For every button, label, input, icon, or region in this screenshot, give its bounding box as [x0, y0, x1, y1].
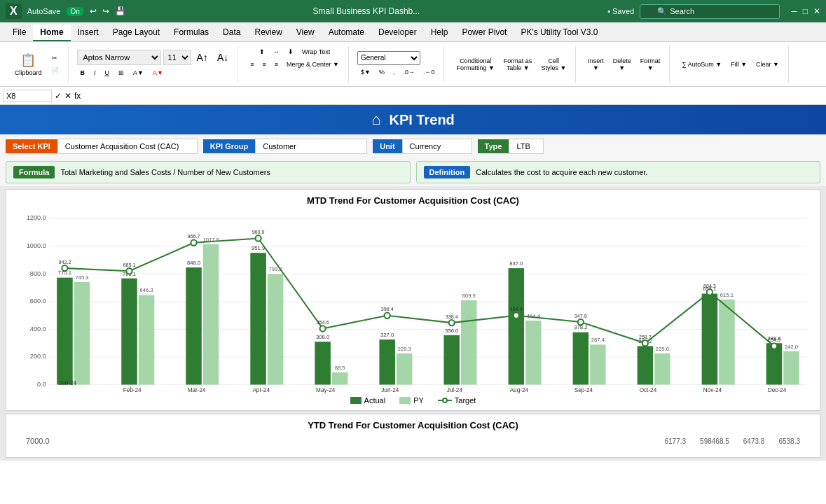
- font-shrink-button[interactable]: A↓: [214, 50, 232, 65]
- tab-file[interactable]: File: [6, 24, 33, 41]
- svg-text:258.7: 258.7: [639, 334, 652, 340]
- svg-text:229.3: 229.3: [398, 346, 411, 352]
- cell-reference-input[interactable]: [3, 90, 52, 102]
- svg-point-52: [126, 268, 132, 274]
- save-icon[interactable]: 💾: [115, 6, 125, 16]
- number-format-select[interactable]: General: [357, 51, 420, 65]
- insert-cells-button[interactable]: Insert▼: [584, 55, 607, 74]
- tab-view[interactable]: View: [289, 24, 322, 41]
- kpi-group-value[interactable]: Customer: [255, 139, 367, 154]
- format-cells-button[interactable]: Format▼: [637, 55, 664, 74]
- editing-group: ∑ AutoSum ▼ Fill ▼ Clear ▼: [673, 46, 789, 83]
- copy-button[interactable]: 📄: [48, 65, 62, 76]
- decrease-decimal-button[interactable]: .←0: [420, 66, 439, 78]
- redo-icon[interactable]: ↪: [102, 6, 109, 16]
- align-right-button[interactable]: ≡: [271, 59, 282, 70]
- ytd-chart-title: YTD Trend For Customer Acquisition Cost …: [12, 420, 814, 430]
- paste-button[interactable]: 📋 Clipboard: [11, 50, 46, 78]
- font-size-select[interactable]: 11: [163, 50, 191, 65]
- tab-power-pivot[interactable]: Power Pivot: [455, 24, 514, 41]
- window-title: Small Business KPI Dashb...: [131, 6, 602, 16]
- tab-automate[interactable]: Automate: [322, 24, 371, 41]
- home-icon[interactable]: ⌂: [371, 111, 380, 129]
- align-left-button[interactable]: ≡: [247, 59, 257, 70]
- formula-input[interactable]: [83, 90, 823, 102]
- bar-may-actual: [315, 342, 331, 384]
- comma-button[interactable]: ,: [390, 66, 399, 78]
- tab-review[interactable]: Review: [247, 24, 289, 41]
- align-center-button[interactable]: ≡: [259, 59, 269, 70]
- tab-pks-utility[interactable]: PK's Utility Tool V3.0: [514, 24, 605, 41]
- bold-button[interactable]: B: [77, 67, 89, 78]
- tab-data[interactable]: Data: [216, 24, 247, 41]
- maximize-icon[interactable]: □: [803, 6, 808, 16]
- font-grow-button[interactable]: A↑: [193, 50, 212, 65]
- svg-text:1000.0: 1000.0: [27, 242, 46, 249]
- format-as-table-button[interactable]: Format asTable ▼: [500, 55, 536, 74]
- svg-text:609.9: 609.9: [462, 293, 476, 299]
- svg-point-50: [62, 265, 67, 271]
- bar-jun-py: [397, 354, 413, 385]
- italic-button[interactable]: I: [90, 67, 99, 78]
- percent-button[interactable]: %: [376, 66, 388, 78]
- tab-developer[interactable]: Developer: [371, 24, 424, 41]
- search-box[interactable]: 🔍 Search: [640, 4, 780, 19]
- bar-jul-actual: [443, 335, 460, 385]
- svg-text:615.1: 615.1: [720, 292, 734, 298]
- function-cancel-icon[interactable]: ✕: [64, 91, 71, 101]
- align-middle-button[interactable]: ↔: [270, 46, 283, 57]
- underline-button[interactable]: U: [102, 67, 113, 78]
- close-icon[interactable]: ✕: [813, 6, 820, 16]
- svg-text:1200.0: 1200.0: [27, 214, 46, 221]
- bar-nov-py: [719, 300, 735, 385]
- insert-function-icon[interactable]: fx: [74, 91, 81, 101]
- svg-text:88.5: 88.5: [335, 365, 345, 371]
- bar-sep-actual: [573, 332, 589, 385]
- svg-text:494.4: 494.4: [510, 306, 523, 312]
- svg-text:356.0: 356.0: [445, 328, 458, 334]
- tab-help[interactable]: Help: [424, 24, 455, 41]
- currency-button[interactable]: $▼: [357, 66, 374, 78]
- ytd-val-4: 6538.3: [778, 438, 800, 445]
- tab-home[interactable]: Home: [33, 24, 70, 41]
- align-top-button[interactable]: ⬆: [256, 46, 268, 57]
- legend-py-label: PY: [413, 396, 424, 405]
- merge-center-button[interactable]: Merge & Center ▼: [283, 59, 343, 70]
- fill-button[interactable]: Fill ▼: [727, 59, 750, 70]
- conditional-formatting-button[interactable]: ConditionalFormatting ▼: [453, 55, 497, 74]
- svg-text:200.0: 200.0: [30, 353, 46, 360]
- border-button[interactable]: ⊞: [115, 67, 128, 78]
- unit-value[interactable]: Currency: [402, 139, 472, 154]
- delete-cells-button[interactable]: Delete▼: [610, 55, 635, 74]
- svg-point-60: [385, 313, 390, 318]
- font-color-button[interactable]: A▼: [149, 67, 167, 78]
- undo-icon[interactable]: ↩: [90, 6, 97, 16]
- type-value[interactable]: LTB: [509, 139, 544, 154]
- legend-target-label: Target: [455, 396, 476, 405]
- tab-page-layout[interactable]: Page Layout: [106, 24, 167, 41]
- svg-text:396.4: 396.4: [381, 306, 394, 312]
- align-bottom-button[interactable]: ⬇: [284, 46, 297, 57]
- function-check-icon[interactable]: ✓: [55, 91, 62, 101]
- svg-point-68: [642, 340, 648, 346]
- minimize-icon[interactable]: ─: [791, 6, 797, 16]
- tab-insert[interactable]: Insert: [71, 24, 106, 41]
- font-family-select[interactable]: Aptos Narrow: [77, 50, 161, 65]
- svg-point-56: [256, 235, 261, 241]
- kpi-name-value[interactable]: Customer Acquisition Cost (CAC): [57, 139, 198, 154]
- mtd-chart-title: MTD Trend For Customer Acquisition Cost …: [12, 195, 814, 206]
- increase-decimal-button[interactable]: .0→: [399, 66, 418, 78]
- cell-styles-button[interactable]: CellStyles ▼: [537, 55, 570, 74]
- clear-button[interactable]: Clear ▼: [752, 59, 783, 70]
- wrap-text-button[interactable]: Wrap Text: [298, 46, 333, 57]
- autosum-button[interactable]: ∑ AutoSum ▼: [678, 59, 725, 70]
- autosave-toggle[interactable]: On: [66, 7, 83, 16]
- cut-button[interactable]: ✂: [48, 52, 62, 64]
- bar-dec-py: [783, 351, 799, 385]
- ytd-val-1: 6177.3: [665, 438, 687, 445]
- svg-text:Aug-24: Aug-24: [510, 387, 529, 393]
- tab-formulas[interactable]: Formulas: [167, 24, 216, 41]
- mtd-chart-area: 1200.0 1000.0 800.0 600.0 400.0 200.0 0.…: [19, 211, 807, 393]
- svg-point-58: [320, 326, 326, 331]
- fill-color-button[interactable]: A▼: [130, 67, 147, 78]
